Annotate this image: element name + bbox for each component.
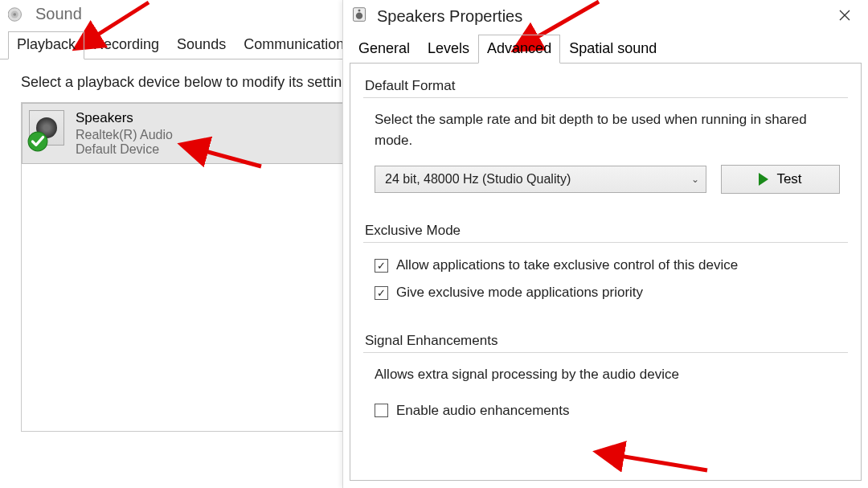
default-check-icon [27, 131, 48, 152]
default-format-value: 24 bit, 48000 Hz (Studio Quality) [385, 172, 571, 187]
props-titlebar: Speakers Properties [343, 0, 868, 35]
svg-point-6 [358, 10, 361, 12]
default-format-desc: Select the sample rate and bit depth to … [375, 109, 840, 150]
checkbox-icon: ✓ [375, 286, 388, 300]
props-title: Speakers Properties [377, 7, 522, 26]
sound-title: Sound [35, 5, 82, 23]
signal-enhancements-group: Allows extra signal processing by the au… [363, 352, 848, 432]
signal-enhancements-label: Signal Enhancements [365, 333, 848, 349]
test-label: Test [776, 171, 801, 187]
svg-point-2 [13, 13, 16, 16]
enable-enhancements-checkbox[interactable]: Enable audio enhancements [375, 403, 840, 419]
chevron-down-icon: ⌄ [691, 174, 699, 185]
tab-playback[interactable]: Playback [8, 31, 84, 59]
device-icon [29, 110, 64, 146]
speaker-icon [8, 6, 26, 23]
tab-sounds[interactable]: Sounds [168, 31, 235, 59]
device-driver: Realtek(R) Audio [76, 128, 173, 142]
default-format-label: Default Format [365, 78, 848, 94]
tab-advanced[interactable]: Advanced [478, 35, 560, 64]
tab-levels[interactable]: Levels [419, 35, 478, 64]
close-button[interactable] [831, 5, 858, 28]
exclusive-mode-group: ✓ Allow applications to take exclusive c… [363, 242, 848, 314]
advanced-panel: Default Format Select the sample rate an… [350, 63, 862, 481]
close-icon [839, 10, 850, 21]
svg-point-5 [356, 13, 362, 19]
exclusive-priority-checkbox[interactable]: ✓ Give exclusive mode applications prior… [375, 285, 840, 301]
speaker-box-icon [351, 6, 367, 27]
exclusive-control-checkbox[interactable]: ✓ Allow applications to take exclusive c… [375, 257, 840, 273]
tab-spatial-sound[interactable]: Spatial sound [560, 35, 665, 64]
tab-recording[interactable]: Recording [84, 31, 168, 59]
default-format-select[interactable]: 24 bit, 48000 Hz (Studio Quality) ⌄ [375, 166, 706, 193]
checkbox-icon: ✓ [375, 259, 388, 273]
speakers-properties-window: Speakers Properties General Levels Advan… [342, 0, 868, 488]
device-status: Default Device [76, 142, 173, 157]
device-name: Speakers [76, 110, 173, 126]
props-tabs: General Levels Advanced Spatial sound [343, 35, 868, 64]
tab-general[interactable]: General [350, 35, 419, 64]
exclusive-mode-label: Exclusive Mode [365, 223, 848, 239]
device-text: Speakers Realtek(R) Audio Default Device [76, 110, 173, 157]
tab-communications[interactable]: Communications [235, 31, 360, 59]
signal-desc: Allows extra signal processing by the au… [375, 364, 840, 385]
default-format-group: Select the sample rate and bit depth to … [363, 97, 848, 203]
play-icon [759, 173, 768, 186]
checkbox-icon [375, 404, 388, 417]
test-button[interactable]: Test [721, 165, 840, 194]
